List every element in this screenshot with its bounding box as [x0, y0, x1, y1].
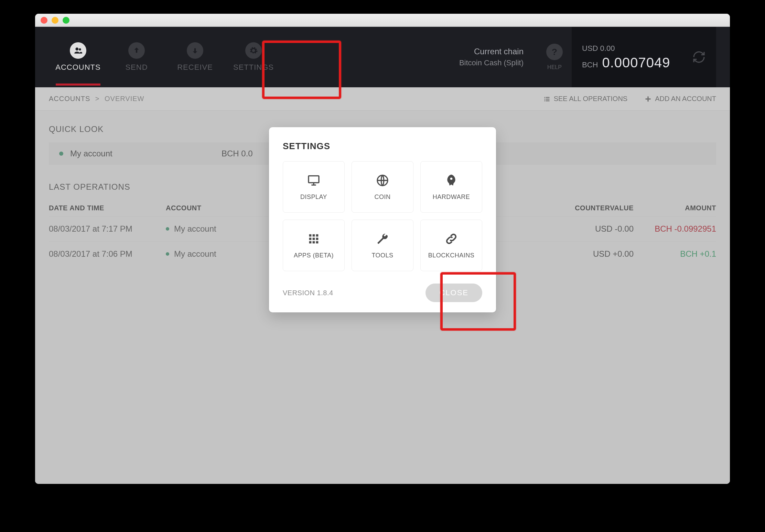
nav-accounts[interactable]: ACCOUNTS — [49, 42, 107, 72]
wrench-icon — [376, 232, 389, 246]
top-nav: ACCOUNTS SEND RECEIVE SETTINGS Current c… — [35, 27, 730, 87]
monitor-icon — [307, 174, 321, 187]
tile-label: TOOLS — [371, 252, 393, 259]
nav-receive[interactable]: RECEIVE — [166, 42, 224, 72]
svg-rect-15 — [309, 237, 312, 240]
nav-label: HELP — [547, 64, 562, 70]
svg-rect-19 — [313, 241, 315, 243]
nav-help[interactable]: ? HELP — [537, 44, 572, 70]
link-icon — [444, 232, 458, 246]
svg-rect-17 — [316, 237, 319, 240]
tile-label: COIN — [375, 193, 391, 201]
balance-usd: USD 0.00 — [582, 44, 706, 53]
modal-title: SETTINGS — [283, 141, 482, 152]
svg-point-1 — [79, 48, 81, 51]
svg-rect-18 — [309, 241, 312, 243]
arrow-down-icon — [187, 42, 203, 59]
svg-rect-10 — [309, 176, 319, 182]
nav-label: SEND — [125, 63, 148, 72]
gear-icon — [245, 42, 262, 59]
svg-rect-20 — [316, 241, 319, 243]
nav-settings[interactable]: SETTINGS — [224, 42, 283, 72]
window-titlebar — [35, 14, 730, 27]
svg-rect-13 — [313, 234, 315, 236]
settings-tile-display[interactable]: DISPLAY — [283, 161, 345, 213]
content-area: ACCOUNTS > OVERVIEW SEE ALL OPERATIONS A… — [35, 87, 730, 484]
settings-tile-blockchains[interactable]: BLOCKCHAINS — [420, 220, 482, 271]
tile-label: APPS (BETA) — [294, 252, 334, 259]
svg-rect-12 — [309, 234, 312, 236]
tile-label: HARDWARE — [433, 193, 470, 201]
current-chain: Current chain Bitcoin Cash (Split) — [459, 47, 537, 67]
question-icon: ? — [546, 44, 563, 60]
settings-tile-apps[interactable]: APPS (BETA) — [283, 220, 345, 271]
zoom-window-icon[interactable] — [63, 17, 69, 24]
svg-rect-14 — [316, 234, 319, 236]
minimize-window-icon[interactable] — [52, 17, 58, 24]
refresh-icon[interactable] — [692, 50, 706, 64]
svg-point-0 — [75, 47, 78, 51]
version-label: VERSION 1.8.4 — [283, 289, 333, 297]
tile-label: DISPLAY — [300, 193, 327, 201]
nav-label: ACCOUNTS — [55, 63, 100, 72]
nav-label: RECEIVE — [177, 63, 213, 72]
chain-name: Bitcoin Cash (Split) — [459, 58, 524, 67]
settings-tile-tools[interactable]: TOOLS — [352, 220, 413, 271]
settings-tile-coin[interactable]: COIN — [352, 161, 413, 213]
globe-icon — [376, 174, 389, 187]
nav-label: SETTINGS — [233, 63, 274, 72]
balance-symbol: BCH — [582, 60, 598, 69]
app-window: ACCOUNTS SEND RECEIVE SETTINGS Current c… — [35, 14, 730, 484]
svg-rect-16 — [313, 237, 315, 240]
balance-panel: USD 0.00 BCH 0.0007049 — [572, 27, 716, 87]
settings-modal: SETTINGS DISPLAY COIN HARDWARE APPS (BET… — [269, 127, 496, 312]
arrow-up-icon — [128, 42, 145, 59]
rocket-icon — [444, 174, 458, 187]
close-window-icon[interactable] — [41, 17, 47, 24]
chain-title: Current chain — [459, 47, 524, 56]
nav-send[interactable]: SEND — [107, 42, 166, 72]
tile-label: BLOCKCHAINS — [428, 252, 475, 259]
close-button[interactable]: CLOSE — [425, 284, 482, 302]
grid-icon — [307, 232, 321, 246]
users-icon — [70, 42, 86, 59]
balance-amount: 0.0007049 — [602, 55, 670, 70]
settings-tile-hardware[interactable]: HARDWARE — [420, 161, 482, 213]
